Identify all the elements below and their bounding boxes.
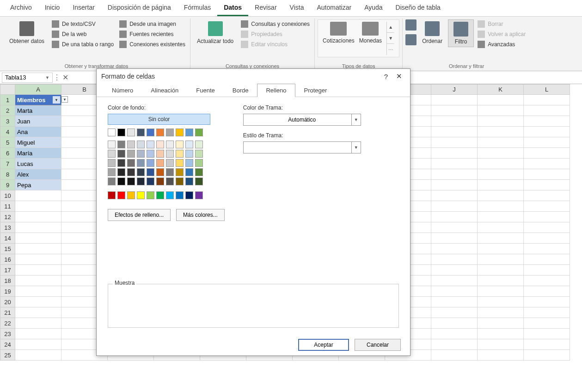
color-swatch[interactable] xyxy=(156,129,164,136)
row-header[interactable]: 12 xyxy=(0,212,15,222)
color-swatch[interactable] xyxy=(147,129,154,136)
color-swatch[interactable] xyxy=(108,178,116,185)
select-all-corner[interactable] xyxy=(0,85,15,95)
tab-formulas[interactable]: Fórmulas xyxy=(178,0,217,16)
row-header[interactable]: 19 xyxy=(0,286,15,297)
color-swatch[interactable] xyxy=(117,129,125,136)
color-swatch[interactable] xyxy=(108,141,116,148)
row-header[interactable]: 18 xyxy=(0,276,15,286)
table-cell[interactable]: Miguel xyxy=(15,137,61,148)
row-header[interactable]: 13 xyxy=(0,222,15,233)
row-header[interactable]: 5 xyxy=(0,137,15,148)
conexiones-existentes-button[interactable]: Conexiones existentes xyxy=(117,40,187,49)
color-swatch[interactable] xyxy=(195,191,203,199)
tab-numero[interactable]: Número xyxy=(103,84,142,97)
consultas-conexiones-button[interactable]: Consultas y conexiones xyxy=(239,19,312,29)
color-swatch[interactable] xyxy=(127,141,135,148)
table-cell[interactable]: Pepa xyxy=(15,180,61,190)
color-swatch[interactable] xyxy=(117,150,125,158)
color-swatch[interactable] xyxy=(147,159,154,167)
tab-diseno-tabla[interactable]: Diseño de tabla xyxy=(389,0,447,16)
color-swatch[interactable] xyxy=(195,159,203,167)
help-button[interactable]: ? xyxy=(380,70,392,83)
color-swatch[interactable] xyxy=(176,129,184,136)
tab-archivo[interactable]: Archivo xyxy=(4,0,38,16)
color-swatch[interactable] xyxy=(185,150,193,158)
color-swatch[interactable] xyxy=(195,141,203,148)
color-swatch[interactable] xyxy=(176,159,184,167)
name-box[interactable]: Tabla13 ▼ xyxy=(2,73,53,83)
borrar-filtro-button[interactable]: Borrar xyxy=(476,19,527,29)
cotizaciones-button[interactable]: Cotizaciones xyxy=(323,22,355,44)
color-swatch[interactable] xyxy=(195,178,203,185)
chevron-down-icon[interactable]: ▼ xyxy=(351,114,361,125)
color-swatch[interactable] xyxy=(176,150,184,158)
color-swatch[interactable] xyxy=(137,150,145,158)
table-cell[interactable]: Marta xyxy=(15,105,61,116)
row-header[interactable]: 17 xyxy=(0,265,15,276)
table-cell[interactable]: Ana xyxy=(15,127,61,137)
color-swatch[interactable] xyxy=(137,141,145,148)
de-la-web-button[interactable]: De la web xyxy=(50,30,116,39)
namebox-resize-handle[interactable]: ⋮ xyxy=(55,74,59,82)
color-swatch[interactable] xyxy=(176,141,184,148)
table-cell[interactable]: María xyxy=(15,148,61,159)
volver-aplicar-button[interactable]: Volver a aplicar xyxy=(476,30,527,39)
color-swatch[interactable] xyxy=(137,129,145,136)
row-header[interactable]: 1 xyxy=(0,95,15,105)
color-swatch[interactable] xyxy=(166,150,174,158)
table-header-cell[interactable]: Miembros▼ xyxy=(15,95,61,105)
aceptar-button[interactable]: Aceptar xyxy=(298,339,349,351)
color-swatch[interactable] xyxy=(127,159,135,167)
row-header[interactable]: 7 xyxy=(0,159,15,169)
color-swatch[interactable] xyxy=(127,191,135,199)
color-swatch[interactable] xyxy=(147,178,154,185)
row-header[interactable]: 8 xyxy=(0,169,15,180)
tipos-down-button[interactable]: ▼ xyxy=(387,33,394,44)
tab-alineacion[interactable]: Alineación xyxy=(142,84,187,97)
tab-relleno[interactable]: Relleno xyxy=(257,84,295,97)
tab-insertar[interactable]: Insertar xyxy=(66,0,101,16)
col-header-k[interactable]: K xyxy=(478,85,524,95)
row-header[interactable]: 16 xyxy=(0,254,15,265)
row-header[interactable]: 3 xyxy=(0,116,15,127)
tipos-more-button[interactable]: ⋯ xyxy=(387,44,394,55)
row-header[interactable]: 2 xyxy=(0,105,15,116)
color-swatch[interactable] xyxy=(137,178,145,185)
color-swatch[interactable] xyxy=(166,191,174,199)
color-swatch[interactable] xyxy=(137,191,145,199)
color-swatch[interactable] xyxy=(185,129,193,136)
color-swatch[interactable] xyxy=(195,168,203,176)
cancelar-button[interactable]: Cancelar xyxy=(355,339,401,351)
color-swatch[interactable] xyxy=(117,191,125,199)
estilo-trama-combo[interactable]: ▼ xyxy=(243,141,361,153)
color-swatch[interactable] xyxy=(117,178,125,185)
color-swatch[interactable] xyxy=(147,168,154,176)
tab-revisar[interactable]: Revisar xyxy=(248,0,283,16)
row-header[interactable]: 10 xyxy=(0,190,15,201)
row-header[interactable]: 22 xyxy=(0,318,15,329)
close-button[interactable]: ✕ xyxy=(392,70,405,83)
filter-dropdown-icon[interactable]: ▼ xyxy=(53,96,60,104)
de-tabla-rango-button[interactable]: De una tabla o rango xyxy=(50,40,116,49)
ordenar-button[interactable]: Ordenar xyxy=(418,19,446,46)
table-cell[interactable]: Juan xyxy=(15,116,61,127)
table-cell[interactable]: Lucas xyxy=(15,159,61,169)
efectos-relleno-button[interactable]: Efectos de relleno... xyxy=(108,209,171,221)
editar-vinculos-button[interactable]: Editar vínculos xyxy=(239,40,312,49)
color-swatch[interactable] xyxy=(156,191,164,199)
fuentes-recientes-button[interactable]: Fuentes recientes xyxy=(117,30,187,39)
color-swatch[interactable] xyxy=(127,178,135,185)
row-header[interactable]: 20 xyxy=(0,297,15,307)
adjacent-filter-icon[interactable]: ▼ xyxy=(61,96,68,103)
avanzadas-button[interactable]: Avanzadas xyxy=(476,40,527,49)
row-header[interactable]: 25 xyxy=(0,350,15,361)
color-swatch[interactable] xyxy=(156,141,164,148)
tab-vista[interactable]: Vista xyxy=(283,0,311,16)
color-swatch[interactable] xyxy=(127,150,135,158)
color-swatch[interactable] xyxy=(108,129,116,136)
color-swatch[interactable] xyxy=(117,168,125,176)
color-swatch[interactable] xyxy=(185,168,193,176)
color-swatch[interactable] xyxy=(147,150,154,158)
tab-borde[interactable]: Borde xyxy=(224,84,257,97)
